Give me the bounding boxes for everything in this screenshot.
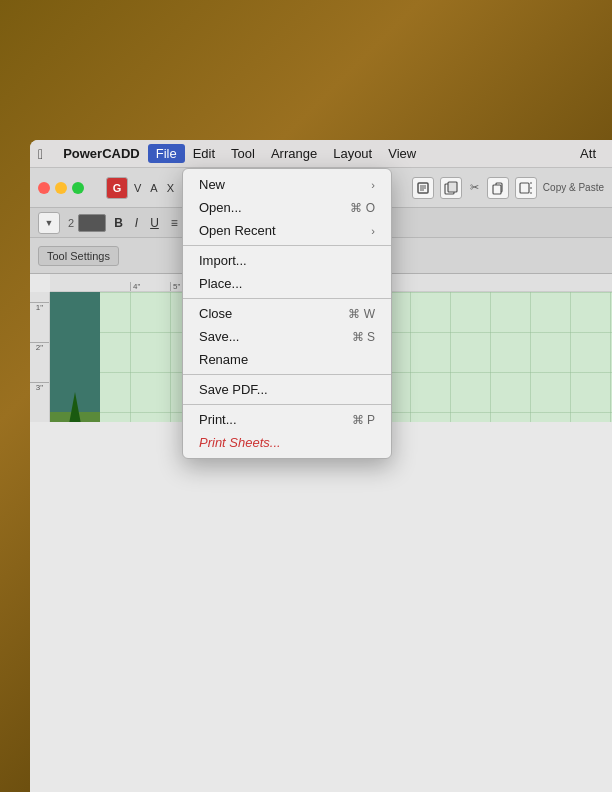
menu-shortcut-save: ⌘ S — [352, 330, 375, 344]
divider-1 — [183, 245, 391, 246]
desktop:  PowerCADD File Edit Tool Arrange Layou… — [0, 0, 612, 792]
menu-item-close-label: Close — [199, 306, 232, 321]
menu-arrow-new: › — [371, 179, 375, 191]
menu-item-open[interactable]: Open... ⌘ O — [183, 196, 391, 219]
menu-item-save-pdf[interactable]: Save PDF... — [183, 378, 391, 401]
divider-3 — [183, 374, 391, 375]
file-menu-dropdown: New › Open... ⌘ O Open Recent › Import..… — [182, 168, 392, 459]
menu-item-save-pdf-label: Save PDF... — [199, 382, 268, 397]
menu-item-open-label: Open... — [199, 200, 242, 215]
menu-item-print-label: Print... — [199, 412, 237, 427]
menu-item-place[interactable]: Place... — [183, 272, 391, 295]
menu-item-new[interactable]: New › — [183, 173, 391, 196]
menu-item-place-label: Place... — [199, 276, 242, 291]
divider-4 — [183, 404, 391, 405]
menu-item-import[interactable]: Import... — [183, 249, 391, 272]
menu-item-save-label: Save... — [199, 329, 239, 344]
divider-2 — [183, 298, 391, 299]
menu-item-print-sheets-label: Print Sheets... — [199, 435, 281, 450]
menu-item-save[interactable]: Save... ⌘ S — [183, 325, 391, 348]
menu-item-import-label: Import... — [199, 253, 247, 268]
menu-shortcut-close: ⌘ W — [348, 307, 375, 321]
menu-shortcut-open: ⌘ O — [350, 201, 375, 215]
menu-item-print-sheets[interactable]: Print Sheets... — [183, 431, 391, 454]
app-window:  PowerCADD File Edit Tool Arrange Layou… — [30, 140, 612, 792]
menu-item-rename[interactable]: Rename — [183, 348, 391, 371]
menu-item-close[interactable]: Close ⌘ W — [183, 302, 391, 325]
menu-shortcut-print: ⌘ P — [352, 413, 375, 427]
menu-item-open-recent-label: Open Recent — [199, 223, 276, 238]
menu-item-print[interactable]: Print... ⌘ P — [183, 408, 391, 431]
menu-item-open-recent[interactable]: Open Recent › — [183, 219, 391, 242]
menu-arrow-recent: › — [371, 225, 375, 237]
menu-item-rename-label: Rename — [199, 352, 248, 367]
dropdown-overlay: New › Open... ⌘ O Open Recent › Import..… — [30, 140, 612, 792]
menu-item-new-label: New — [199, 177, 225, 192]
